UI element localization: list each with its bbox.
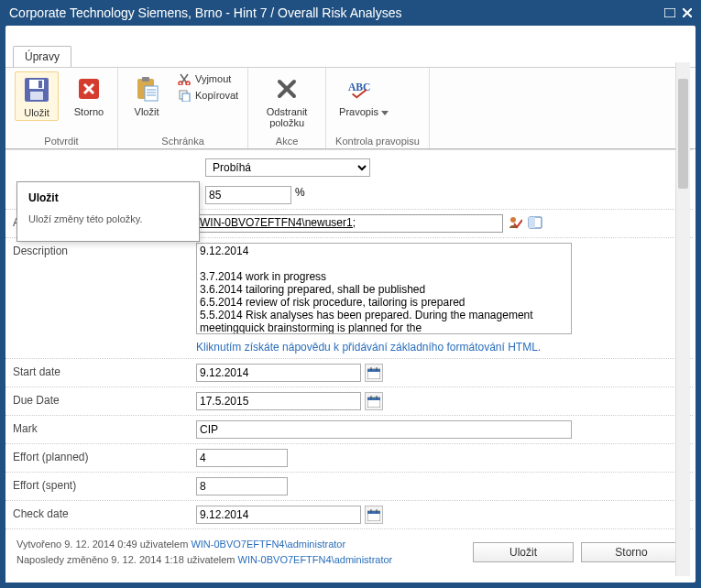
tooltip-title: Uložit [28,191,188,204]
ribbon-group-spellcheck: Kontrola pravopisu [335,136,420,147]
cancel-icon [73,73,104,104]
cut-button-label: Vyjmout [195,73,231,84]
description-input[interactable]: 9.12.2014 3.7.2014 work in progress 3.6.… [196,243,572,334]
ribbon-group-confirm: Potvrdit [15,136,108,147]
modified-by-link[interactable]: WIN-0BVO7EFTFN4\administrator [238,554,393,565]
start-date-label: Start date [13,364,196,382]
calendar-icon[interactable] [365,364,383,382]
tab-edit[interactable]: Úpravy [13,46,71,67]
check-date-label: Check date [13,506,196,524]
check-date-input[interactable] [196,506,361,524]
percent-input[interactable] [205,186,291,204]
html-hint-link[interactable]: Kliknutím získáte nápovědu k přidávání z… [196,341,541,354]
window-title: Corporate Technology Siemens, Brno - Hin… [9,5,657,20]
delete-item-label: Odstranit položku [261,106,312,128]
copy-icon [177,88,192,103]
percent-sign: % [295,186,305,199]
svg-rect-33 [367,397,380,400]
due-date-input[interactable] [196,392,361,410]
save-tooltip: Uložit Uloží změny této položky. [16,181,200,242]
effort-planned-label: Effort (planned) [13,449,196,467]
svg-point-18 [179,82,182,85]
svg-rect-12 [145,86,158,101]
delete-icon [271,73,302,104]
save-button-label: Uložit [24,107,49,118]
spellcheck-icon: ABC [348,73,379,104]
due-date-label: Due Date [13,392,196,410]
delete-item-button[interactable]: Odstranit položku [257,71,316,130]
cut-button[interactable]: Vyjmout [177,71,238,86]
cancel-button[interactable]: Storno [70,71,108,119]
outer-scrollbar[interactable] [675,62,690,576]
mark-input[interactable] [196,420,572,439]
svg-rect-29 [367,369,380,372]
chevron-down-icon [381,106,389,117]
svg-rect-6 [30,92,43,100]
description-label: Description [13,243,196,354]
svg-rect-0 [664,8,675,17]
save-button[interactable]: Uložit [15,71,59,121]
effort-planned-input[interactable] [196,449,288,467]
dialog-save-button[interactable]: Uložit [473,542,574,562]
spellcheck-button[interactable]: ABC Pravopis [335,71,392,119]
ribbon: Uložit Storno Potvrdit [5,67,696,149]
ribbon-group-clipboard: Schránka [127,136,238,147]
tooltip-description: Uloží změny této položky. [28,213,188,224]
ribbon-group-actions: Akce [257,136,316,147]
record-meta: Vytvořeno 9. 12. 2014 0:49 uživatelem WI… [16,537,466,567]
svg-rect-27 [529,217,535,228]
paste-icon [131,73,162,104]
ribbon-tabs: Úpravy [5,26,696,67]
browse-icon[interactable] [527,214,543,231]
copy-button[interactable]: Kopírovat [177,88,238,103]
svg-text:ABC: ABC [348,82,370,93]
paste-button-label: Vložit [135,106,159,117]
close-icon[interactable] [683,5,692,20]
cancel-button-label: Storno [74,106,104,117]
svg-rect-21 [182,93,190,102]
spellcheck-label: Pravopis [339,106,378,117]
calendar-icon[interactable] [365,506,383,524]
save-icon [21,74,52,105]
svg-point-19 [186,82,190,85]
effort-spent-label: Effort (spent) [13,477,196,495]
svg-rect-5 [38,81,42,88]
check-names-icon[interactable] [507,214,523,231]
titlebar: Corporate Technology Siemens, Brno - Hin… [0,0,701,26]
created-by-link[interactable]: WIN-0BVO7EFTFN4\administrator [191,539,345,550]
paste-button[interactable]: Vložit [127,71,166,119]
copy-button-label: Kopírovat [195,90,238,101]
svg-point-25 [510,217,516,223]
mark-label: Mark [13,420,196,439]
status-select[interactable]: Probíhá [205,158,370,177]
start-date-input[interactable] [196,364,361,382]
calendar-icon[interactable] [365,392,383,410]
svg-rect-11 [142,77,149,82]
assigned-to-input[interactable]: WIN-0BVO7EFTFN4\newuser1; [196,214,503,233]
dialog-cancel-button[interactable]: Storno [581,542,682,562]
effort-spent-input[interactable] [196,477,288,495]
cut-icon [177,71,192,86]
maximize-icon[interactable] [664,5,675,20]
svg-rect-37 [367,511,380,514]
